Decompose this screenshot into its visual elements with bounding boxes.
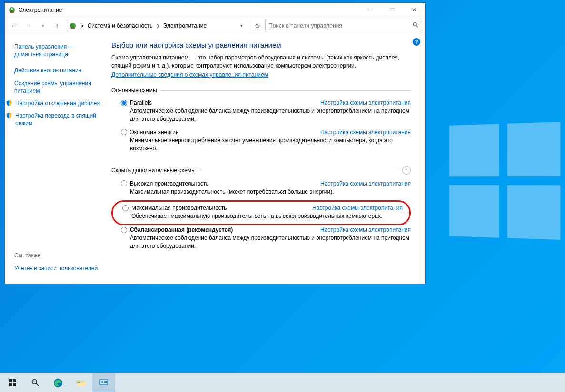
close-button[interactable]: ✕	[403, 3, 425, 17]
change-plan-settings-link[interactable]: Настройка схемы электропитания	[320, 226, 411, 233]
control-panel-home-link[interactable]: Панель управления — домашняя страница	[14, 43, 102, 58]
search-icon[interactable]	[413, 22, 419, 29]
taskbar-edge[interactable]	[47, 373, 69, 392]
start-button[interactable]	[1, 373, 24, 392]
svg-rect-11	[78, 382, 80, 383]
plan-description: Автоматическое соблюдение баланса между …	[121, 107, 411, 123]
taskbar[interactable]	[0, 373, 565, 392]
windows-icon	[9, 379, 16, 386]
plan-radio[interactable]	[122, 205, 129, 211]
svg-rect-4	[71, 27, 75, 29]
change-plan-settings-link[interactable]: Настройка схемы электропитания	[320, 180, 411, 187]
svg-point-2	[11, 8, 13, 10]
forward-button: →	[22, 19, 35, 32]
breadcrumb-prefix: «	[79, 22, 86, 29]
sidebar-link[interactable]: Создание схемы управления питанием	[14, 79, 102, 95]
svg-rect-15	[104, 381, 107, 382]
svg-rect-1	[10, 11, 14, 13]
svg-line-6	[416, 25, 418, 27]
see-also-header: См. также	[14, 252, 102, 259]
intro-text: Схема управления питанием — это набор па…	[111, 54, 411, 70]
search-input[interactable]	[268, 22, 413, 29]
back-button[interactable]: ←	[8, 19, 21, 32]
power-plan: Экономия энергии Настройка схемы электро…	[111, 128, 411, 157]
plan-name[interactable]: Максимальная производительность	[131, 205, 227, 211]
titlebar: Электропитание — ☐ ✕	[5, 3, 425, 17]
chevron-down-icon[interactable]: ▾	[238, 23, 246, 28]
svg-rect-10	[77, 382, 85, 386]
up-button[interactable]: ↑	[50, 19, 64, 32]
taskbar-search[interactable]	[24, 373, 47, 392]
plan-radio[interactable]	[121, 100, 127, 106]
svg-point-5	[414, 22, 417, 26]
change-plan-settings-link[interactable]: Настройка схемы электропитания	[312, 205, 403, 211]
plan-description: Максимальная производительность (может п…	[121, 188, 411, 196]
minimize-button[interactable]: —	[359, 3, 381, 17]
content-pane: ? Выбор или настройка схемы управления п…	[109, 34, 425, 284]
svg-line-8	[36, 383, 39, 386]
desktop-windows-logo	[449, 122, 560, 240]
power-options-icon	[69, 22, 77, 29]
change-plan-settings-link[interactable]: Настройка схемы электропитания	[320, 99, 411, 106]
navigation-bar: ← → ▾ ↑ « Система и безопасность ❯ Элект…	[5, 17, 425, 34]
plan-radio[interactable]	[121, 180, 127, 186]
plan-radio[interactable]	[121, 227, 127, 233]
taskbar-control-panel[interactable]	[92, 373, 115, 392]
chevron-right-icon: ❯	[155, 23, 161, 28]
maximize-button[interactable]: ☐	[381, 3, 403, 17]
taskbar-explorer[interactable]	[69, 373, 92, 392]
refresh-icon	[254, 22, 261, 29]
change-plan-settings-link[interactable]: Настройка схемы электропитания	[320, 129, 411, 136]
sidebar-link[interactable]: Действия кнопок питания	[14, 67, 102, 74]
sidebar-link[interactable]: Настройка перехода в спящий режим	[15, 112, 102, 127]
plan-name[interactable]: Высокая производительность	[130, 180, 209, 187]
plan-name[interactable]: Экономия энергии	[130, 129, 179, 136]
plan-description: Обеспечивает максимальную производительн…	[122, 212, 403, 220]
shield-icon	[6, 100, 12, 107]
plan-description: Минимальное энергопотребление за счет ум…	[121, 137, 411, 153]
search-box[interactable]	[265, 20, 422, 31]
shield-icon	[6, 112, 12, 119]
section-header-main: Основные схемы	[111, 87, 411, 94]
recent-dropdown[interactable]: ▾	[36, 19, 50, 32]
svg-point-14	[101, 381, 103, 383]
search-icon	[31, 379, 40, 387]
power-plan-highlighted: Максимальная производительность Настройк…	[111, 200, 411, 225]
power-options-icon	[8, 6, 16, 14]
sidebar: Панель управления — домашняя страница Де…	[5, 34, 109, 284]
svg-rect-16	[104, 382, 107, 383]
section-header-extra[interactable]: Скрыть дополнительные схемы ⌃	[111, 166, 411, 175]
page-title: Выбор или настройка схемы управления пит…	[111, 41, 411, 49]
breadcrumb-segment[interactable]: Электропитание	[161, 22, 208, 29]
edge-icon	[53, 378, 63, 388]
power-plan: Сбалансированная (рекомендуется) Настрой…	[111, 225, 411, 255]
plan-name[interactable]: Parallels	[130, 99, 152, 106]
power-plan: Высокая производительность Настройка схе…	[111, 179, 411, 201]
plan-radio[interactable]	[121, 129, 127, 135]
help-icon[interactable]: ?	[413, 38, 420, 46]
breadcrumb[interactable]: « Система и безопасность ❯ Электропитани…	[67, 20, 248, 31]
control-panel-icon	[99, 378, 109, 387]
plan-name[interactable]: Сбалансированная (рекомендуется)	[130, 226, 233, 233]
sidebar-link[interactable]: Настройка отключения дисплея	[15, 99, 100, 107]
power-plan: Parallels Настройка схемы электропитания…	[111, 98, 411, 128]
learn-more-link[interactable]: Дополнительные сведения о схемах управле…	[111, 71, 268, 78]
control-panel-window: Электропитание — ☐ ✕ ← → ▾ ↑ « Система и…	[4, 2, 426, 284]
refresh-button[interactable]	[251, 20, 264, 31]
collapse-toggle[interactable]: ⌃	[402, 166, 411, 175]
folder-icon	[76, 379, 86, 387]
user-accounts-link[interactable]: Учетные записи пользователей	[14, 265, 102, 272]
svg-point-7	[32, 380, 37, 384]
plan-description: Автоматическое соблюдение баланса между …	[121, 234, 411, 250]
window-title: Электропитание	[19, 7, 62, 13]
breadcrumb-segment[interactable]: Система и безопасность	[86, 22, 155, 29]
